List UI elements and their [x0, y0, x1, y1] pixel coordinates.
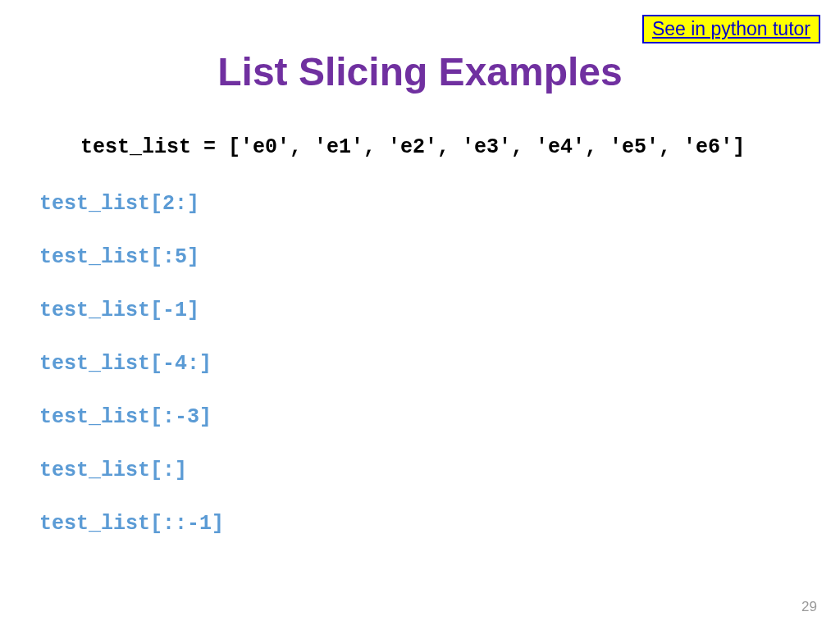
slice-example: test_list[:-3]: [39, 405, 801, 429]
slide-title: List Slicing Examples: [0, 49, 840, 94]
page-number: 29: [801, 599, 817, 615]
slice-example: test_list[:]: [39, 459, 801, 482]
slice-example: test_list[-1]: [39, 299, 801, 322]
slice-example: test_list[:5]: [39, 245, 801, 269]
slice-example: test_list[::-1]: [39, 512, 801, 536]
slide-content: test_list = ['e0', 'e1', 'e2', 'e3', 'e4…: [0, 135, 840, 536]
list-declaration: test_list = ['e0', 'e1', 'e2', 'e3', 'e4…: [80, 135, 801, 159]
python-tutor-link[interactable]: See in python tutor: [642, 15, 820, 43]
slice-example: test_list[-4:]: [39, 352, 801, 376]
slice-example: test_list[2:]: [39, 192, 801, 216]
